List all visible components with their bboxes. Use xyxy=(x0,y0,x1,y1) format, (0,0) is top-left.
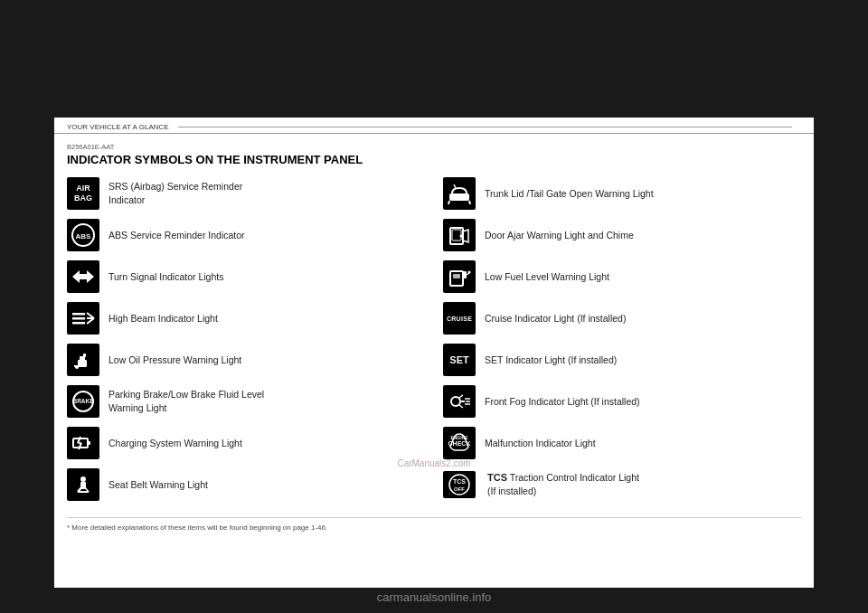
list-item: Door Ajar Warning Light and Chime xyxy=(443,219,801,251)
list-item: High Beam Indicator Light xyxy=(67,302,425,335)
low-oil-icon xyxy=(67,344,99,376)
svg-point-34 xyxy=(451,397,460,406)
svg-point-33 xyxy=(468,271,471,274)
list-item: AIRBAG SRS (Airbag) Service ReminderIndi… xyxy=(67,177,425,210)
svg-point-19 xyxy=(80,476,86,482)
seat-belt-label: Seat Belt Warning Light xyxy=(108,478,208,492)
svg-line-36 xyxy=(459,395,463,398)
door-ajar-label: Door Ajar Warning Light and Chime xyxy=(485,229,634,242)
abs-icon: ABS xyxy=(67,219,99,251)
list-item: CRUISE Cruise Indicator Light (If instal… xyxy=(443,302,801,335)
abs-label: ABS Service Reminder Indicator xyxy=(108,229,245,242)
list-item: Low Oil Pressure Warning Light xyxy=(67,344,425,376)
header-text: YOUR VEHICLE AT A GLANCE xyxy=(67,123,169,131)
front-fog-icon xyxy=(443,385,476,418)
watermark: CarManuals2.com xyxy=(397,458,470,468)
svg-marker-2 xyxy=(72,270,94,283)
malfunction-icon: CHECK ENGINE xyxy=(443,427,476,459)
low-fuel-icon xyxy=(443,260,476,293)
list-item: Low Fuel Level Warning Light xyxy=(443,260,801,293)
low-fuel-label: Low Fuel Level Warning Light xyxy=(485,270,609,284)
tcs-main-icon: TCS OFF xyxy=(443,471,476,498)
high-beam-label: High Beam Indicator Light xyxy=(108,312,218,325)
list-item: ABS ABS Service Reminder Indicator xyxy=(67,219,425,251)
bottom-logo: carmanualsonline.info xyxy=(377,590,491,604)
svg-line-37 xyxy=(459,405,463,408)
svg-rect-11 xyxy=(83,354,86,357)
front-fog-label: Front Fog Indicator Light (If installed) xyxy=(485,395,640,409)
trunk-label: Trunk Lid /Tail Gate Open Warning Light xyxy=(485,187,654,201)
list-item: Turn Signal Indicator Lights xyxy=(67,260,425,293)
parking-brake-label: Parking Brake/Low Brake Fluid LevelWarni… xyxy=(108,388,264,414)
svg-rect-9 xyxy=(78,360,87,367)
list-item: Seat Belt Warning Light xyxy=(67,468,425,501)
page-title: INDICATOR SYMBOLS ON THE INSTRUMENT PANE… xyxy=(67,153,801,166)
air-bag-icon: AIRBAG xyxy=(67,177,99,210)
turn-signal-icon xyxy=(67,260,99,293)
doc-code: B256A01E-AAT xyxy=(67,143,801,151)
trunk-icon xyxy=(443,177,476,210)
cruise-label: Cruise Indicator Light (If installed) xyxy=(485,312,626,325)
list-item: Charging System Warning Light xyxy=(67,427,425,459)
list-item: Trunk Lid /Tail Gate Open Warning Light xyxy=(443,177,801,210)
high-beam-icon xyxy=(67,302,99,335)
svg-rect-5 xyxy=(72,322,85,325)
svg-rect-4 xyxy=(72,317,85,320)
left-column: AIRBAG SRS (Airbag) Service ReminderIndi… xyxy=(67,177,425,510)
svg-text:CHECK: CHECK xyxy=(448,440,471,447)
header-line xyxy=(178,127,792,127)
list-item: SET SET Indicator Light (If installed) xyxy=(443,344,801,376)
svg-rect-15 xyxy=(88,441,90,445)
set-label: SET Indicator Light (If installed) xyxy=(485,354,617,367)
tcs-label: TCS Traction Control Indicator Light(If … xyxy=(487,471,639,498)
cruise-icon: CRUISE xyxy=(443,302,476,335)
list-item: Front Fog Indicator Light (If installed) xyxy=(443,385,801,418)
right-column: Trunk Lid /Tail Gate Open Warning Light … xyxy=(443,177,801,510)
svg-line-25 xyxy=(454,184,456,188)
svg-point-28 xyxy=(460,235,463,238)
low-oil-label: Low Oil Pressure Warning Light xyxy=(108,354,241,367)
charging-label: Charging System Warning Light xyxy=(108,437,242,450)
svg-text:ABS: ABS xyxy=(76,232,92,240)
svg-rect-13 xyxy=(74,365,78,367)
air-bag-label: SRS (Airbag) Service ReminderIndicator xyxy=(108,180,242,206)
main-document: YOUR VEHICLE AT A GLANCE B256A01E-AAT IN… xyxy=(54,118,814,588)
set-icon: SET xyxy=(443,344,476,376)
content: B256A01E-AAT INDICATOR SYMBOLS ON THE IN… xyxy=(54,134,814,541)
svg-rect-3 xyxy=(72,313,85,316)
svg-text:TCS: TCS xyxy=(453,478,466,485)
svg-rect-27 xyxy=(452,230,461,240)
svg-rect-30 xyxy=(453,274,460,278)
door-ajar-icon xyxy=(443,219,476,251)
svg-rect-24 xyxy=(449,193,469,201)
svg-text:OFF: OFF xyxy=(454,486,465,492)
charging-icon xyxy=(67,427,99,459)
footer-note: * More detailed explanations of these it… xyxy=(67,517,801,532)
svg-text:ENGINE: ENGINE xyxy=(450,435,468,440)
seat-belt-icon xyxy=(67,468,99,501)
list-item: TCS OFF TCS Traction Control Indicator L… xyxy=(443,468,801,501)
page-header: YOUR VEHICLE AT A GLANCE xyxy=(54,118,814,134)
abs-icon-svg: ABS xyxy=(71,222,96,248)
turn-signal-label: Turn Signal Indicator Lights xyxy=(108,270,223,284)
list-item: BRAKE Parking Brake/Low Brake Fluid Leve… xyxy=(67,385,425,418)
malfunction-label: Malfunction Indicator Light xyxy=(485,437,596,450)
parking-brake-icon: BRAKE xyxy=(67,385,99,418)
svg-rect-31 xyxy=(463,271,467,278)
list-item: CHECK ENGINE Malfunction Indicator Light xyxy=(443,427,801,459)
